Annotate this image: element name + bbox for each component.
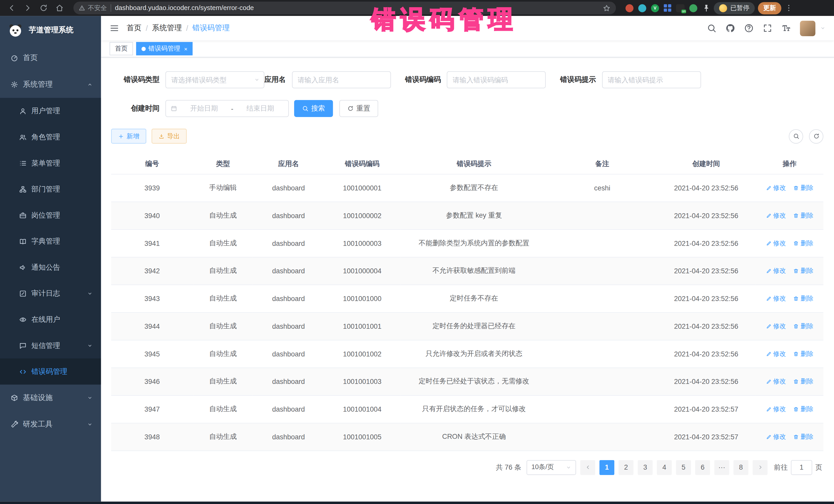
sidebar-submenu-system: 用户管理 角色管理 菜单管理 部门管理 [0, 98, 101, 385]
page-button-3[interactable]: 3 [638, 460, 653, 475]
sidebar-item-sms[interactable]: 短信管理 [0, 332, 101, 358]
edit-link[interactable]: 修改 [766, 211, 786, 220]
main-area: 首页 / 系统管理 / 错误码管理 首页 [101, 16, 834, 501]
delete-link[interactable]: 删除 [793, 377, 813, 386]
edit-link[interactable]: 修改 [766, 266, 786, 275]
delete-link[interactable]: 删除 [793, 183, 813, 192]
delete-link[interactable]: 删除 [793, 322, 813, 330]
page-button-4[interactable]: 4 [657, 460, 672, 475]
sidebar-item-departments[interactable]: 部门管理 [0, 176, 101, 202]
app-name-input[interactable] [292, 71, 391, 88]
sidebar-item-audit-log[interactable]: 审计日志 [0, 280, 101, 306]
sidebar-item-error-code[interactable]: 错误码管理 [0, 358, 101, 385]
sidebar-item-notice[interactable]: 通知公告 [0, 254, 101, 281]
edit-link[interactable]: 修改 [766, 294, 786, 303]
star-icon[interactable] [602, 4, 611, 12]
page-button-5[interactable]: 5 [676, 460, 691, 475]
edit-link[interactable]: 修改 [766, 322, 786, 330]
sidebar-item-dev-tools[interactable]: 研发工具 [0, 411, 101, 438]
error-type-input[interactable] [166, 71, 265, 88]
font-size-icon[interactable] [782, 23, 791, 33]
security-indicator[interactable]: 不安全 [79, 3, 107, 12]
tab-home[interactable]: 首页 [110, 42, 133, 56]
fullscreen-icon[interactable] [763, 23, 772, 33]
edit-link[interactable]: 修改 [766, 349, 786, 358]
edit-label: 修改 [773, 266, 786, 275]
sidebar-item-home[interactable]: 首页 [0, 45, 101, 71]
delete-link[interactable]: 删除 [793, 211, 813, 220]
more-vert-icon[interactable] [785, 4, 793, 12]
cell-id: 3941 [111, 229, 193, 257]
home-button[interactable] [53, 2, 66, 14]
delete-link[interactable]: 删除 [793, 432, 813, 441]
export-button[interactable]: 导出 [152, 129, 187, 144]
search-button[interactable]: 搜索 [294, 100, 333, 117]
breadcrumb-system[interactable]: 系统管理 [152, 23, 182, 33]
date-range-picker[interactable]: 开始日期 - 结束日期 [166, 100, 289, 117]
back-button[interactable] [5, 2, 18, 14]
caret-down-icon[interactable] [820, 25, 826, 31]
sidebar-item-online-users[interactable]: 在线用户 [0, 306, 101, 333]
edit-icon [766, 406, 772, 412]
user-avatar[interactable] [800, 21, 815, 36]
cell-remark [548, 340, 657, 368]
forward-button[interactable] [21, 2, 34, 14]
page-button-2[interactable]: 2 [619, 460, 634, 475]
delete-link[interactable]: 删除 [793, 266, 813, 275]
edit-link[interactable]: 修改 [766, 239, 786, 248]
close-icon[interactable]: × [184, 45, 187, 52]
goto-page-input[interactable] [791, 460, 812, 475]
cell-hint: 不允许获取敏感配置到前端 [400, 257, 548, 285]
edit-link[interactable]: 修改 [766, 183, 786, 192]
delete-link[interactable]: 删除 [793, 404, 813, 413]
edit-link[interactable]: 修改 [766, 432, 786, 441]
sidebar-item-menus[interactable]: 菜单管理 [0, 150, 101, 176]
error-type-select[interactable] [166, 71, 265, 88]
delete-link[interactable]: 删除 [793, 239, 813, 248]
next-page-button[interactable] [753, 460, 768, 475]
page-button-1[interactable]: 1 [599, 460, 614, 475]
profile-avatar [719, 4, 727, 12]
sidebar-item-infrastructure[interactable]: 基础设施 [0, 385, 101, 411]
refresh-table-button[interactable] [809, 129, 824, 144]
help-icon[interactable] [744, 23, 754, 33]
prev-page-button[interactable] [580, 460, 595, 475]
sidebar-item-dictionary[interactable]: 字典管理 [0, 228, 101, 254]
delete-link[interactable]: 删除 [793, 349, 813, 358]
delete-icon [793, 295, 799, 301]
search-icon[interactable] [707, 23, 717, 33]
error-hint-input[interactable] [602, 71, 701, 88]
app-logo-row[interactable]: 芋道管理系统 [0, 16, 101, 45]
profile-chip[interactable]: 已暂停 [714, 2, 755, 14]
delete-icon [793, 240, 799, 246]
error-code-input[interactable] [447, 71, 546, 88]
page-button-6[interactable]: 6 [695, 460, 710, 475]
menu-fold-icon[interactable] [110, 23, 119, 33]
sidebar-item-users[interactable]: 用户管理 [0, 98, 101, 124]
address-bar[interactable]: 不安全 dashboard.yudao.iocoder.cn/system/er… [73, 2, 616, 14]
page-button-8[interactable]: 8 [733, 460, 748, 475]
toggle-search-button[interactable] [789, 129, 803, 144]
add-button[interactable]: 新增 [111, 129, 146, 144]
tab-error-code[interactable]: 错误码管理 × [136, 42, 193, 56]
more-pages-button[interactable]: ··· [715, 460, 729, 475]
extension-icon-teal[interactable] [638, 4, 646, 12]
reload-button[interactable] [37, 2, 50, 14]
extension-icon-red[interactable] [626, 4, 634, 12]
update-button[interactable]: 更新 [758, 2, 782, 14]
breadcrumb-home[interactable]: 首页 [127, 23, 141, 33]
extension-icon-green-v[interactable]: V [651, 4, 659, 12]
edit-link[interactable]: 修改 [766, 377, 786, 386]
edit-link[interactable]: 修改 [766, 404, 786, 413]
sidebar-item-system[interactable]: 系统管理 [0, 71, 101, 98]
sidebar-item-roles[interactable]: 角色管理 [0, 124, 101, 150]
github-icon[interactable] [725, 23, 735, 33]
delete-link[interactable]: 删除 [793, 294, 813, 303]
extension-icon-grid[interactable] [664, 4, 671, 12]
sidebar-item-positions[interactable]: 岗位管理 [0, 202, 101, 228]
extension-icon-dark[interactable]: on [676, 4, 684, 12]
extension-icon-leaf[interactable] [689, 4, 697, 12]
page-size-select[interactable]: 10条/页 [527, 460, 576, 475]
extensions-pin-icon[interactable] [702, 4, 710, 12]
reset-button[interactable]: 重置 [339, 100, 378, 117]
